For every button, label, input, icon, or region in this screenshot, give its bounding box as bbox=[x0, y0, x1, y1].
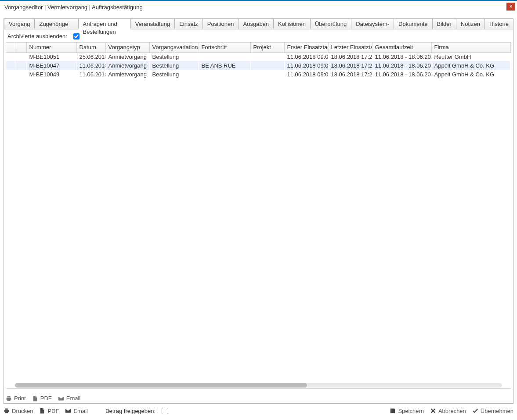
tab-notizen[interactable]: Notizen bbox=[456, 18, 485, 29]
data-grid[interactable]: NummerDatumVorgangstypVorgangsvariationF… bbox=[6, 42, 511, 389]
table-cell bbox=[15, 52, 26, 61]
abbrechen-label: Abbrechen bbox=[438, 408, 466, 414]
check-icon bbox=[472, 408, 478, 414]
email-icon bbox=[65, 408, 71, 414]
table-cell: 18.06.2018 17:29 bbox=[328, 61, 372, 70]
table-cell bbox=[199, 52, 250, 61]
column-header[interactable]: Vorgangstyp bbox=[105, 43, 149, 52]
table-cell: Appelt GmbH & Co. KG bbox=[431, 70, 511, 79]
email-button[interactable]: Email bbox=[58, 395, 81, 402]
table-cell bbox=[6, 52, 15, 61]
table-cell: 11.06.2018 - 18.06.2018 bbox=[372, 61, 431, 70]
uebernehmen-button[interactable]: Übernehmen bbox=[472, 408, 513, 414]
close-button[interactable]: ✕ bbox=[506, 3, 515, 11]
column-header[interactable] bbox=[15, 43, 26, 52]
column-header[interactable]: Vorgangsvariation bbox=[149, 43, 199, 52]
table-cell: Anmietvorgang bbox=[105, 70, 149, 79]
pdf-button[interactable]: PDF bbox=[32, 395, 52, 402]
column-header[interactable] bbox=[6, 43, 15, 52]
print-button[interactable]: Print bbox=[6, 395, 26, 402]
table-cell bbox=[250, 52, 284, 61]
table-row[interactable]: M-BE1004711.06.2018AnmietvorgangBestellu… bbox=[6, 61, 511, 70]
window-title: Vorgangseditor | Vermietvorgang | Auftra… bbox=[4, 4, 143, 11]
tabs-container: VorgangZugehörige VorgängeAnfragen und B… bbox=[4, 18, 513, 404]
titlebar: Vorgangseditor | Vermietvorgang | Auftra… bbox=[0, 0, 517, 13]
table-cell bbox=[15, 70, 26, 79]
table-cell: 18.06.2018 17:29 bbox=[328, 52, 372, 61]
betrag-freigegeben-checkbox[interactable] bbox=[162, 408, 168, 414]
table-cell: 11.06.2018 bbox=[76, 70, 105, 79]
tab-content: Archivierte ausblenden: NummerDatumVorga… bbox=[4, 29, 513, 403]
tab-veranstaltung[interactable]: Veranstaltung bbox=[130, 18, 175, 29]
column-header[interactable]: Nummer bbox=[26, 43, 76, 52]
save-icon bbox=[390, 408, 396, 414]
column-header[interactable]: Projekt bbox=[250, 43, 284, 52]
tab-historie[interactable]: Historie bbox=[484, 18, 513, 29]
email-bottom-label: Email bbox=[73, 408, 88, 414]
betrag-freigegeben-label: Betrag freigegeben: bbox=[105, 408, 155, 414]
tab-anfragen-und-bestellungen[interactable]: Anfragen und Bestellungen bbox=[78, 18, 131, 29]
bottom-toolbar-right: Speichern Abbrechen Übernehmen bbox=[390, 408, 513, 414]
speichern-label: Speichern bbox=[398, 408, 424, 414]
table-cell: 11.06.2018 bbox=[76, 61, 105, 70]
table-cell: Anmietvorgang bbox=[105, 61, 149, 70]
scrollbar-thumb[interactable] bbox=[15, 383, 307, 388]
column-header[interactable]: Firma bbox=[431, 43, 511, 52]
pdf-bottom-button[interactable]: PDF bbox=[39, 408, 59, 414]
tab--berpr-fung[interactable]: Überprüfung bbox=[310, 18, 351, 29]
table-cell: 11.06.2018 09:00 bbox=[284, 61, 328, 70]
table-cell: Bestellung bbox=[149, 61, 199, 70]
email-icon bbox=[58, 395, 64, 402]
archive-filter-label: Archivierte ausblenden: bbox=[7, 33, 67, 39]
pdf-label: PDF bbox=[40, 395, 52, 402]
print-icon bbox=[6, 395, 12, 402]
table-cell bbox=[6, 70, 15, 79]
tab-dokumente[interactable]: Dokumente bbox=[394, 18, 432, 29]
tab-zugeh-rige-vorg-nge[interactable]: Zugehörige Vorgänge bbox=[34, 18, 78, 29]
table-cell: Anmietvorgang bbox=[105, 52, 149, 61]
table-cell: Bestellung bbox=[149, 52, 199, 61]
tab-ausgaben[interactable]: Ausgaben bbox=[239, 18, 274, 29]
column-header[interactable]: Fortschritt bbox=[199, 43, 250, 52]
cancel-icon bbox=[430, 408, 436, 414]
tab-dateisystem-dateien[interactable]: Dateisystem-Dateien bbox=[351, 18, 394, 29]
abbrechen-button[interactable]: Abbrechen bbox=[430, 408, 466, 414]
tab-bilder[interactable]: Bilder bbox=[432, 18, 456, 29]
table-cell bbox=[250, 70, 284, 79]
table-cell: 11.06.2018 - 18.06.2018 bbox=[372, 52, 431, 61]
print-icon bbox=[4, 408, 10, 414]
table-cell: BE ANB RUE bbox=[199, 61, 250, 70]
bottom-toolbar: Drucken PDF Email Betrag freigegeben: Sp… bbox=[4, 404, 513, 417]
table-cell: M-BE10049 bbox=[26, 70, 76, 79]
column-header[interactable]: Datum bbox=[76, 43, 105, 52]
table-cell: M-BE10047 bbox=[26, 61, 76, 70]
table-cell: 25.06.2018 bbox=[76, 52, 105, 61]
tab-positionen[interactable]: Positionen bbox=[202, 18, 239, 29]
tab-einsatz[interactable]: Einsatz bbox=[174, 18, 203, 29]
drucken-button[interactable]: Drucken bbox=[4, 408, 33, 414]
table-cell bbox=[199, 70, 250, 79]
table-cell: 11.06.2018 09:00 bbox=[284, 52, 328, 61]
tab-kollisionen[interactable]: Kollisionen bbox=[273, 18, 311, 29]
table-cell: 18.06.2018 17:29 bbox=[328, 70, 372, 79]
pdf-icon bbox=[32, 395, 38, 402]
table-cell bbox=[15, 61, 26, 70]
tab-vorgang[interactable]: Vorgang bbox=[4, 18, 35, 29]
archive-filter-row: Archivierte ausblenden: bbox=[6, 33, 511, 42]
table-row[interactable]: M-BE1005125.06.2018AnmietvorgangBestellu… bbox=[6, 52, 511, 61]
table-cell: 11.06.2018 09:00 bbox=[284, 70, 328, 79]
archive-filter-checkbox[interactable] bbox=[73, 33, 80, 39]
table-cell: 11.06.2018 - 18.06.2018 bbox=[372, 70, 431, 79]
column-header[interactable]: Erster Einsatztag bbox=[284, 43, 328, 52]
table-cell bbox=[6, 61, 15, 70]
horizontal-scrollbar[interactable] bbox=[15, 383, 502, 388]
column-header[interactable]: Letzter Einsatztag bbox=[328, 43, 372, 52]
column-header[interactable]: Gesamtlaufzeit bbox=[372, 43, 431, 52]
bottom-toolbar-left: Drucken PDF Email Betrag freigegeben: bbox=[4, 408, 168, 414]
email-bottom-button[interactable]: Email bbox=[65, 408, 88, 414]
speichern-button[interactable]: Speichern bbox=[390, 408, 424, 414]
table-cell: M-BE10051 bbox=[26, 52, 76, 61]
pdf-bottom-label: PDF bbox=[47, 408, 59, 414]
grid-header-row: NummerDatumVorgangstypVorgangsvariationF… bbox=[6, 43, 511, 52]
table-row[interactable]: M-BE1004911.06.2018AnmietvorgangBestellu… bbox=[6, 70, 511, 79]
